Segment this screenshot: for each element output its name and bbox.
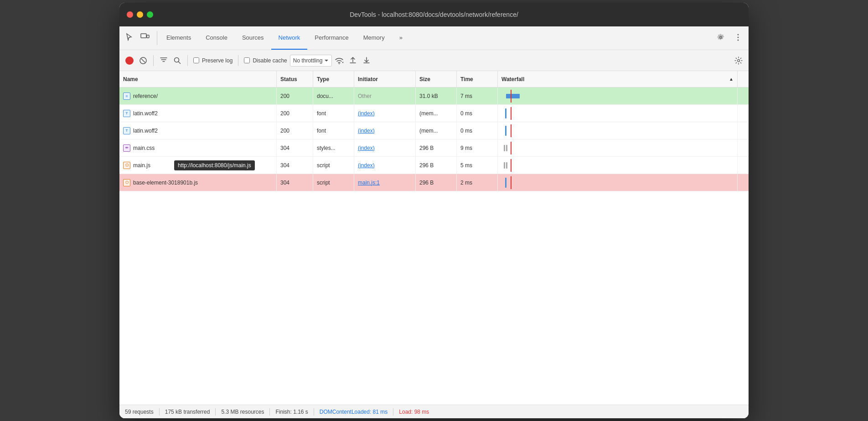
tab-bar-icons: [123, 31, 157, 45]
tab-network[interactable]: Network: [271, 26, 308, 50]
svg-point-4: [738, 39, 739, 41]
empty-cell: [119, 191, 277, 228]
tab-bar-right: [710, 31, 745, 45]
record-button[interactable]: [123, 54, 136, 67]
table-row-empty: [119, 191, 749, 228]
table-header: Name Status Type Initiator Size Time: [119, 71, 749, 87]
col-spacer: [738, 71, 749, 87]
col-status[interactable]: Status: [277, 71, 313, 87]
cell-waterfall-3: [498, 139, 738, 156]
maximize-button[interactable]: [147, 11, 153, 18]
devtools-panel: Elements Console Sources Network Perform…: [119, 26, 749, 418]
cell-time-3: 9 ms: [457, 139, 498, 156]
tab-performance[interactable]: Performance: [307, 26, 356, 50]
svg-point-3: [738, 36, 739, 38]
col-time[interactable]: Time: [457, 71, 498, 87]
cell-waterfall-0: [498, 87, 738, 104]
tab-more[interactable]: »: [392, 26, 410, 50]
cell-status-2: 200: [277, 122, 313, 139]
table-row[interactable]: ✏ main.css 304 styles... (index) 296 B 9…: [119, 139, 749, 157]
toolbar-separator-1: [153, 55, 154, 66]
svg-rect-0: [141, 34, 146, 38]
js-icon: ⬡: [123, 179, 130, 186]
col-type[interactable]: Type: [313, 71, 354, 87]
throttle-select[interactable]: No throttling: [290, 55, 332, 67]
table-row[interactable]: T latin.woff2 200 font (index) (mem... 0…: [119, 122, 749, 139]
cell-time-1: 0 ms: [457, 105, 498, 122]
cell-time-5: 2 ms: [457, 174, 498, 191]
cell-size-5: 296 B: [416, 174, 457, 191]
disable-cache-label[interactable]: Disable cache: [244, 57, 287, 64]
preserve-log-checkbox[interactable]: [193, 57, 199, 63]
settings-icon[interactable]: [714, 31, 728, 45]
cursor-icon[interactable]: [123, 31, 135, 45]
preserve-log-label[interactable]: Preserve log: [193, 57, 232, 64]
cell-initiator-0: Other: [354, 87, 416, 104]
clear-button[interactable]: [137, 54, 150, 67]
export-icon[interactable]: [360, 54, 373, 67]
tab-memory[interactable]: Memory: [356, 26, 392, 50]
cell-type-1: font: [313, 105, 354, 122]
url-tooltip: http://localhost:8080/js/main.js: [174, 160, 255, 170]
finish-time: Finish: 1.16 s: [275, 409, 308, 415]
transferred-size: 175 kB transferred: [165, 409, 210, 415]
svg-point-12: [738, 59, 740, 62]
status-sep-4: [314, 408, 314, 416]
close-button[interactable]: [127, 11, 133, 18]
filter-icon[interactable]: [157, 54, 170, 67]
search-icon[interactable]: [171, 54, 184, 67]
cell-name-4: ⬡ main.js http://localhost:8080/js/main.…: [119, 157, 277, 174]
more-options-icon[interactable]: [731, 31, 745, 45]
cell-status-3: 304: [277, 139, 313, 156]
cell-initiator-4: (index): [354, 157, 416, 174]
status-sep-1: [159, 408, 160, 416]
status-bar: 59 requests 175 kB transferred 5.3 MB re…: [119, 405, 749, 418]
tabs: Elements Console Sources Network Perform…: [159, 26, 710, 50]
col-size[interactable]: Size: [416, 71, 457, 87]
cell-status-5: 304: [277, 174, 313, 191]
col-name[interactable]: Name: [119, 71, 277, 87]
table-row[interactable]: T latin.woff2 200 font (index) (mem... 0…: [119, 105, 749, 122]
cell-status-4: 304: [277, 157, 313, 174]
cell-size-1: (mem...: [416, 105, 457, 122]
cell-arrow-4: [738, 157, 749, 174]
network-settings-icon[interactable]: [732, 54, 745, 67]
cell-type-3: styles...: [313, 139, 354, 156]
cell-time-0: 7 ms: [457, 87, 498, 104]
cell-waterfall-2: [498, 122, 738, 139]
cell-initiator-3: (index): [354, 139, 416, 156]
svg-line-8: [179, 62, 181, 63]
cell-size-0: 31.0 kB: [416, 87, 457, 104]
table-row[interactable]: ≡ reference/ 200 docu... Other 31.0 kB 7…: [119, 87, 749, 105]
import-icon[interactable]: [346, 54, 359, 67]
tab-console[interactable]: Console: [198, 26, 235, 50]
cell-name-0: ≡ reference/: [119, 87, 277, 104]
cell-type-5: script: [313, 174, 354, 191]
cell-size-2: (mem...: [416, 122, 457, 139]
titlebar: DevTools - localhost:8080/docs/devtools/…: [119, 3, 749, 26]
disable-cache-checkbox[interactable]: [244, 57, 250, 63]
cell-name-1: T latin.woff2: [119, 105, 277, 122]
tab-sources[interactable]: Sources: [235, 26, 271, 50]
requests-count: 59 requests: [125, 409, 154, 415]
devtools-window: DevTools - localhost:8080/docs/devtools/…: [119, 3, 749, 418]
svg-rect-1: [147, 35, 149, 38]
toolbar-separator-2: [187, 55, 188, 66]
tab-bar: Elements Console Sources Network Perform…: [119, 26, 749, 50]
tab-elements[interactable]: Elements: [159, 26, 198, 50]
minimize-button[interactable]: [137, 11, 143, 18]
doc-icon: ≡: [123, 92, 130, 100]
svg-line-6: [141, 59, 145, 62]
cell-initiator-1: (index): [354, 105, 416, 122]
resources-size: 5.3 MB resources: [221, 409, 264, 415]
col-initiator[interactable]: Initiator: [354, 71, 416, 87]
table-row[interactable]: ⬡ main.js http://localhost:8080/js/main.…: [119, 157, 749, 174]
traffic-lights: [127, 11, 153, 18]
cell-arrow-2: [738, 122, 749, 139]
col-waterfall[interactable]: Waterfall ▲: [498, 71, 738, 87]
table-row[interactable]: ⬡ base-element-3018901b.js 304 script ma…: [119, 174, 749, 191]
wifi-settings-icon[interactable]: [333, 54, 346, 67]
svg-point-9: [339, 63, 340, 64]
cell-initiator-2: (index): [354, 122, 416, 139]
device-toggle-icon[interactable]: [139, 31, 151, 45]
